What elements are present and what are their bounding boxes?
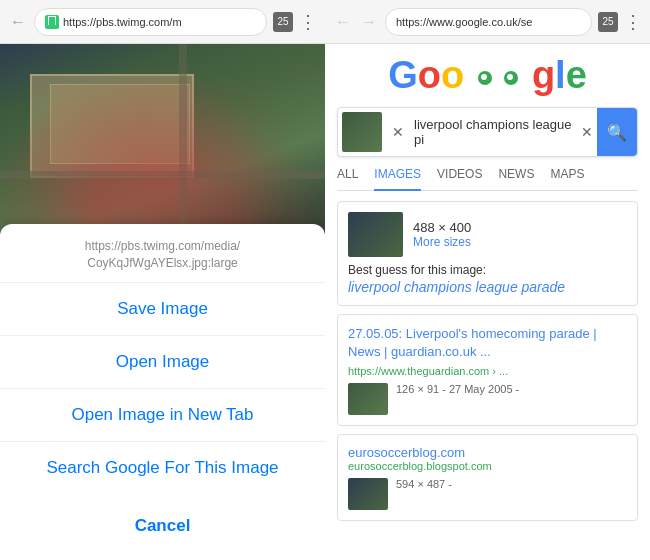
right-back-arrow-icon[interactable]: ←	[333, 12, 353, 32]
search-image-thumbnail	[342, 112, 382, 152]
image-dims: 488 × 400	[413, 220, 471, 235]
tab-videos[interactable]: VIDEOS	[437, 167, 482, 190]
result-3-meta: 594 × 487 -	[396, 478, 452, 490]
context-menu: https://pbs.twimg.com/media/ CoyKqJfWgAY…	[0, 224, 325, 560]
logo-l: l	[555, 54, 566, 96]
save-image-button[interactable]: Save Image	[0, 283, 325, 336]
left-tab-badge[interactable]: 25	[273, 12, 293, 32]
result-2-thumb	[348, 383, 388, 415]
tab-images[interactable]: IMAGES	[374, 167, 421, 191]
result-thumb-1	[348, 212, 403, 257]
tab-all[interactable]: ALL	[337, 167, 358, 190]
left-address-bar[interactable]: https://pbs.twimg.com/m	[34, 8, 267, 36]
search-bar[interactable]: ✕ liverpool champions league pi ✕ 🔍	[337, 107, 638, 157]
result-2-row: 126 × 91 - 27 May 2005 -	[348, 383, 627, 415]
google-logo: Goo gle	[337, 54, 638, 97]
left-more-button[interactable]: ⋮	[299, 13, 317, 31]
secure-icon	[45, 15, 59, 29]
best-guess-label: Best guess for this image:	[348, 263, 627, 277]
open-image-button[interactable]: Open Image	[0, 336, 325, 389]
tab-maps[interactable]: MAPS	[550, 167, 584, 190]
tab-news[interactable]: NEWS	[498, 167, 534, 190]
result-card-1: 488 × 400 More sizes Best guess for this…	[337, 201, 638, 306]
result-3-url[interactable]: eurosoccerblog.blogspot.com	[348, 460, 627, 472]
right-address-bar[interactable]: https://www.google.co.uk/se	[385, 8, 592, 36]
search-clear-icon[interactable]: ✕	[577, 124, 597, 140]
logo-g2: g	[532, 54, 555, 96]
result-2-title[interactable]: 27.05.05: Liverpool's homecoming parade …	[348, 325, 627, 361]
building-sim	[50, 84, 190, 164]
back-arrow-icon[interactable]: ←	[8, 12, 28, 32]
search-tabs: ALL IMAGES VIDEOS NEWS MAPS	[337, 167, 638, 191]
open-image-new-tab-button[interactable]: Open Image in New Tab	[0, 389, 325, 442]
result-2-url[interactable]: https://www.theguardian.com › ...	[348, 365, 627, 377]
image-info-row: 488 × 400 More sizes	[348, 212, 627, 257]
left-browser-bar: ← https://pbs.twimg.com/m 25 ⋮	[0, 0, 325, 44]
search-clear-thumbnail-button[interactable]: ✕	[386, 120, 410, 144]
result-3-site[interactable]: eurosoccerblog.com	[348, 445, 627, 460]
left-address-text: https://pbs.twimg.com/m	[63, 16, 182, 28]
logo-o1: o	[418, 54, 441, 96]
result-card-3: eurosoccerblog.com eurosoccerblog.blogsp…	[337, 434, 638, 521]
context-url-label: https://pbs.twimg.com/media/ CoyKqJfWgAY…	[0, 224, 325, 283]
left-panel: ← https://pbs.twimg.com/m 25 ⋮ https://p…	[0, 0, 325, 560]
logo-g: G	[388, 54, 418, 96]
more-sizes-link[interactable]: More sizes	[413, 235, 471, 249]
google-eye-right	[504, 71, 518, 85]
cancel-button[interactable]: Cancel	[10, 502, 315, 550]
best-guess-link[interactable]: liverpool champions league parade	[348, 279, 627, 295]
logo-o2: o	[441, 54, 464, 96]
result-3-thumb	[348, 478, 388, 510]
google-results-content: Goo gle ✕ liverpool champions league pi …	[325, 44, 650, 560]
result-2-meta: 126 × 91 - 27 May 2005 -	[396, 383, 519, 395]
logo-e: e	[566, 54, 587, 96]
right-tab-badge[interactable]: 25	[598, 12, 618, 32]
right-forward-arrow-icon[interactable]: →	[359, 12, 379, 32]
right-browser-bar: ← → https://www.google.co.uk/se 25 ⋮	[325, 0, 650, 44]
right-more-button[interactable]: ⋮	[624, 13, 642, 31]
right-address-text: https://www.google.co.uk/se	[396, 16, 581, 28]
search-submit-button[interactable]: 🔍	[597, 108, 637, 156]
road-h	[0, 171, 325, 179]
right-panel: ← → https://www.google.co.uk/se 25 ⋮ Goo…	[325, 0, 650, 560]
search-input[interactable]: liverpool champions league pi	[410, 117, 577, 147]
google-eye-left	[478, 71, 492, 85]
result-3-row: 594 × 487 -	[348, 478, 627, 510]
result-card-2: 27.05.05: Liverpool's homecoming parade …	[337, 314, 638, 426]
search-google-button[interactable]: Search Google For This Image	[0, 442, 325, 494]
